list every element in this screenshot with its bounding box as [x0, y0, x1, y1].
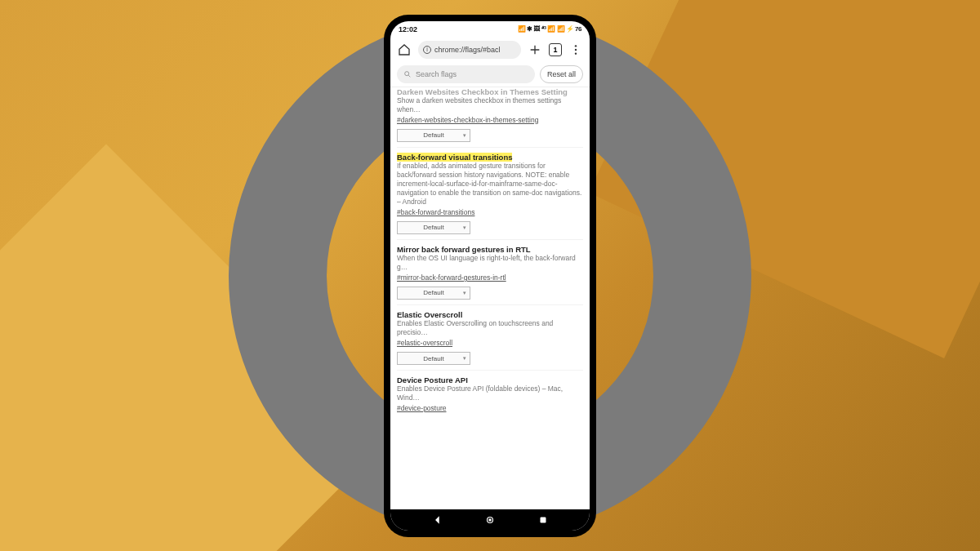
- flag-hash-link[interactable]: #back-forward-transitions: [397, 208, 583, 216]
- svg-rect-6: [540, 517, 546, 522]
- flag-description: Show a darken websites checkbox in theme…: [397, 96, 583, 114]
- status-indicators: 📶 ✱ 🖼 ⁴ᴳ 📶 📶 ⚡ 76: [518, 25, 581, 33]
- svg-point-5: [489, 518, 491, 520]
- flag-title: Device Posture API: [397, 375, 468, 384]
- search-input[interactable]: Search flags: [397, 65, 535, 83]
- reset-all-button[interactable]: Reset all: [540, 65, 583, 83]
- svg-point-2: [575, 52, 577, 54]
- android-nav-bar: [390, 509, 590, 531]
- flag-description: When the OS UI language is right-to-left…: [397, 254, 583, 272]
- flag-dropdown[interactable]: Default: [397, 352, 470, 365]
- nav-back-icon[interactable]: [432, 514, 443, 526]
- svg-point-0: [575, 45, 577, 47]
- svg-point-1: [575, 48, 577, 50]
- menu-icon[interactable]: [568, 42, 583, 57]
- flag-item: Mirror back forward gestures in RTL When…: [397, 240, 583, 305]
- address-bar[interactable]: i chrome://flags/#bacl: [418, 41, 521, 59]
- flag-dropdown[interactable]: Default: [397, 221, 470, 234]
- flag-item: Elastic Overscroll Enables Elastic Overs…: [397, 305, 583, 371]
- home-icon[interactable]: [397, 42, 412, 57]
- flag-dropdown[interactable]: Default: [397, 287, 470, 300]
- tab-switcher[interactable]: 1: [549, 43, 562, 56]
- flag-title: Darken Websites Checkbox in Themes Setti…: [397, 87, 568, 96]
- flag-hash-link[interactable]: #device-posture: [397, 404, 583, 412]
- flags-search-row: Search flags Reset all: [390, 62, 590, 87]
- flag-title: Back-forward visual transitions: [397, 153, 512, 162]
- nav-home-icon[interactable]: [484, 514, 496, 526]
- flag-hash-link[interactable]: #darken-websites-checkbox-in-themes-sett…: [397, 116, 583, 124]
- browser-toolbar: i chrome://flags/#bacl 1: [390, 38, 590, 62]
- flag-title: Elastic Overscroll: [397, 310, 462, 319]
- flag-item: Back-forward visual transitions If enabl…: [397, 148, 583, 240]
- flag-hash-link[interactable]: #mirror-back-forward-gestures-in-rtl: [397, 273, 583, 282]
- flag-dropdown[interactable]: Default: [397, 129, 470, 142]
- svg-point-3: [405, 71, 409, 75]
- phone-screen: 12:02 📶 ✱ 🖼 ⁴ᴳ 📶 📶 ⚡ 76 i chrome://flags…: [390, 21, 590, 531]
- status-time: 12:02: [399, 25, 417, 33]
- flag-hash-link[interactable]: #elastic-overscroll: [397, 339, 583, 347]
- url-text: chrome://flags/#bacl: [434, 46, 501, 54]
- flag-item: Darken Websites Checkbox in Themes Setti…: [397, 87, 583, 148]
- flag-description: If enabled, adds animated gesture transi…: [397, 162, 583, 207]
- new-tab-icon[interactable]: [528, 42, 542, 57]
- search-icon: [403, 70, 412, 78]
- flag-description: Enables Elastic Overscrolling on touchsc…: [397, 319, 583, 337]
- status-bar: 12:02 📶 ✱ 🖼 ⁴ᴳ 📶 📶 ⚡ 76: [390, 21, 590, 38]
- flag-item: Device Posture API Enables Device Postur…: [397, 371, 583, 417]
- flag-title: Mirror back forward gestures in RTL: [397, 245, 531, 254]
- flag-description: Enables Device Posture API (foldable dev…: [397, 384, 583, 402]
- phone-frame: 12:02 📶 ✱ 🖼 ⁴ᴳ 📶 📶 ⚡ 76 i chrome://flags…: [384, 15, 596, 537]
- flags-list[interactable]: Darken Websites Checkbox in Themes Setti…: [390, 87, 590, 509]
- site-info-icon[interactable]: i: [423, 46, 431, 54]
- nav-recents-icon[interactable]: [537, 514, 549, 526]
